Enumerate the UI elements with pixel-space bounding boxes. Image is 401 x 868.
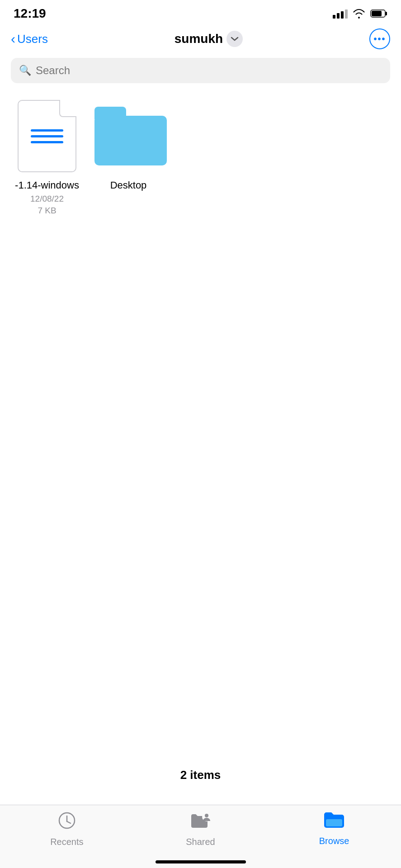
battery-icon	[370, 9, 387, 18]
search-container: 🔍	[0, 53, 401, 90]
status-bar: 12:19	[0, 0, 401, 24]
back-chevron-icon: ‹	[11, 32, 15, 46]
nav-title-container: sumukh	[175, 31, 243, 47]
back-label: Users	[17, 32, 48, 46]
status-time: 12:19	[14, 6, 46, 21]
search-input[interactable]	[36, 64, 382, 77]
home-indicator	[156, 860, 246, 863]
svg-rect-10	[326, 819, 342, 826]
tab-recents-label: Recents	[50, 837, 83, 847]
recents-icon	[58, 811, 76, 833]
dropdown-button[interactable]	[226, 31, 243, 47]
folder-body	[94, 116, 167, 165]
file-item[interactable]: -1.14-windows 12/08/22 7 KB	[11, 98, 83, 216]
folder-icon	[94, 107, 162, 165]
folder-item[interactable]: Desktop	[92, 98, 165, 216]
search-bar[interactable]: 🔍	[11, 58, 390, 83]
document-icon	[18, 100, 76, 172]
tab-shared-label: Shared	[186, 837, 215, 847]
item-count: 2 items	[180, 768, 221, 782]
file-date: 12/08/22	[30, 194, 64, 204]
wifi-icon	[352, 9, 366, 19]
tab-recents[interactable]: Recents	[35, 811, 99, 847]
file-size: 7 KB	[38, 206, 56, 216]
doc-line-1	[31, 129, 63, 132]
nav-bar: ‹ Users sumukh •••	[0, 24, 401, 53]
doc-line-3	[31, 141, 63, 143]
back-button[interactable]: ‹ Users	[11, 32, 48, 46]
svg-rect-2	[372, 11, 382, 16]
tab-shared[interactable]: Shared	[169, 811, 232, 847]
shared-icon	[190, 811, 210, 833]
tab-browse-label: Browse	[319, 836, 349, 846]
files-grid: -1.14-windows 12/08/22 7 KB Desktop	[0, 90, 401, 223]
chevron-down-icon	[231, 37, 239, 41]
search-icon: 🔍	[19, 65, 31, 76]
more-button[interactable]: •••	[369, 28, 390, 49]
doc-line-2	[31, 135, 63, 137]
svg-rect-1	[386, 12, 387, 15]
folder-icon-container	[94, 98, 162, 175]
tab-browse[interactable]: Browse	[302, 811, 366, 846]
signal-icon	[333, 9, 348, 19]
item-count-container: 2 items	[0, 768, 401, 782]
folder-name: Desktop	[110, 179, 147, 192]
svg-line-5	[67, 821, 71, 823]
tab-bar: Recents Shared Browse	[0, 805, 401, 868]
svg-point-8	[205, 814, 208, 817]
document-icon-container	[13, 98, 81, 175]
more-icon: •••	[373, 34, 386, 43]
file-name: -1.14-windows	[15, 179, 79, 192]
nav-title: sumukh	[175, 32, 223, 46]
status-icons	[333, 9, 387, 19]
browse-icon	[324, 811, 344, 832]
